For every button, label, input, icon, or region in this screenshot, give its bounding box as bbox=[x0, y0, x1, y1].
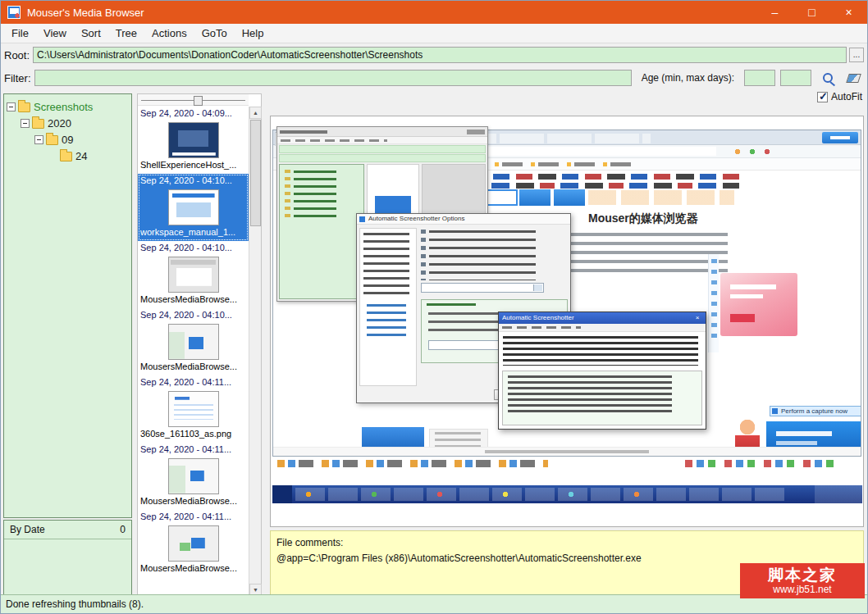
filter-label: Filter: bbox=[4, 72, 34, 84]
watermark-title: 脚本之家 bbox=[768, 566, 837, 584]
preview-mini-menubar bbox=[277, 137, 487, 144]
thumbnail-item[interactable]: Sep 24, 2020 - 04:11... MousersMediaBrow… bbox=[138, 510, 249, 577]
thumbnail-scrollbar[interactable]: ▲ ▼ bbox=[249, 107, 261, 596]
preview-options-checkboxes bbox=[421, 228, 568, 280]
search-button[interactable] bbox=[819, 70, 837, 86]
thumbnail-item[interactable]: Sep 24, 2020 - 04:10... MousersMediaBrow… bbox=[138, 241, 249, 308]
preview-mini-root-field bbox=[279, 145, 486, 153]
thumbnail-image bbox=[168, 257, 219, 293]
menu-item[interactable]: Sort bbox=[74, 25, 108, 42]
thumbnail-timestamp: Sep 24, 2020 - 04:10... bbox=[140, 310, 247, 321]
by-date-count: 0 bbox=[120, 524, 126, 535]
preview-options-dropdown bbox=[421, 283, 544, 293]
thumbnail-image bbox=[168, 525, 219, 562]
preview-page-footer bbox=[273, 447, 861, 456]
preview-desktop-icons-right bbox=[685, 460, 841, 470]
preview-mini-titlebar bbox=[277, 127, 487, 137]
age-max-input[interactable] bbox=[780, 70, 811, 86]
window-title: Mouser's Media Browser bbox=[27, 7, 144, 19]
root-path-input[interactable] bbox=[33, 47, 847, 63]
menu-item[interactable]: View bbox=[36, 25, 74, 42]
tree-item-label: Screenshots bbox=[34, 101, 93, 113]
preview-page-tag-row bbox=[588, 190, 734, 205]
thumbnail-item[interactable]: Sep 24, 2020 - 04:11... 360se_161103_as.… bbox=[138, 375, 249, 443]
preview-browser-side-strip bbox=[708, 254, 719, 352]
preview-about-infobox bbox=[502, 371, 702, 425]
thumbnail-image bbox=[168, 458, 219, 494]
close-icon bbox=[692, 312, 702, 324]
thumbnail-item[interactable]: Sep 24, 2020 - 04:09... ShellExperienceH… bbox=[138, 107, 249, 174]
thumbnail-item[interactable]: Sep 24, 2020 - 04:10... workspace_manual… bbox=[138, 174, 249, 241]
menu-item[interactable]: File bbox=[4, 25, 36, 42]
preview-page-blue-button bbox=[519, 189, 550, 206]
folder-icon bbox=[32, 119, 44, 129]
thumbnail-filename: MousersMediaBrowse... bbox=[140, 563, 247, 575]
autofit-checkbox[interactable] bbox=[817, 92, 828, 102]
close-button[interactable]: × bbox=[830, 1, 867, 24]
preview-about-title: Automatic Screenshotter bbox=[502, 312, 692, 324]
menu-item[interactable]: Actions bbox=[144, 25, 194, 42]
preview-browser-search-button bbox=[822, 132, 858, 143]
thumbnail-image bbox=[168, 391, 219, 427]
tree-expand-icon[interactable] bbox=[7, 102, 16, 111]
maximize-button[interactable]: □ bbox=[793, 1, 830, 24]
tree-expand-icon[interactable] bbox=[34, 135, 43, 144]
filter-input[interactable] bbox=[34, 70, 632, 86]
age-min-input[interactable] bbox=[744, 70, 775, 86]
by-date-header[interactable]: By Date 0 bbox=[4, 521, 131, 539]
preview-about-body bbox=[499, 333, 706, 429]
age-label: Age (min, max days): bbox=[642, 72, 739, 84]
tree-item[interactable]: 09 bbox=[4, 131, 131, 148]
by-date-panel: By Date 0 bbox=[3, 520, 132, 595]
menubar: FileViewSortTreeActionsGoToHelp bbox=[1, 24, 867, 43]
folder-tree: Screenshots 2020 09 24 bbox=[3, 93, 132, 518]
clear-filter-button[interactable] bbox=[844, 70, 862, 86]
preview-mini-filter-field bbox=[279, 154, 486, 162]
thumbnail-image bbox=[168, 122, 219, 158]
thumbnail-item[interactable]: Sep 24, 2020 - 04:10... MousersMediaBrow… bbox=[138, 308, 249, 375]
thumbnail-filename: workspace_manual_1... bbox=[140, 227, 247, 239]
thumbnail-size-slider[interactable] bbox=[138, 94, 249, 106]
watermark: 脚本之家 www.jb51.net bbox=[740, 563, 865, 598]
preview-page-paragraph bbox=[570, 233, 728, 272]
tree-expand-icon[interactable] bbox=[21, 119, 30, 128]
root-label: Root: bbox=[4, 49, 33, 61]
thumbnail-filename: MousersMediaBrowse... bbox=[140, 362, 247, 373]
tree-item[interactable]: 24 bbox=[4, 148, 131, 164]
thumbnail-item[interactable]: Sep 24, 2020 - 04:11... MousersMediaBrow… bbox=[138, 443, 249, 510]
preview-capture-tooltip: Perform a capture now bbox=[770, 406, 861, 416]
menu-item[interactable]: Help bbox=[235, 25, 272, 42]
tree-item-label: 2020 bbox=[48, 117, 71, 130]
minimize-button[interactable]: – bbox=[756, 1, 793, 24]
scrollbar-up-button[interactable]: ▲ bbox=[249, 107, 262, 119]
scrollbar-thumb[interactable] bbox=[250, 120, 261, 226]
statusbar: Done refreshing thumbnails (8). bbox=[1, 594, 867, 613]
watermark-url: www.jb51.net bbox=[773, 584, 831, 596]
thumbnail-filename: ShellExperienceHost_... bbox=[140, 160, 247, 171]
tree-item-label: 24 bbox=[75, 150, 87, 162]
preview-pane[interactable]: Mouser的媒体浏览器 Perform a capture now bbox=[270, 116, 864, 527]
thumbnail-timestamp: Sep 24, 2020 - 04:11... bbox=[140, 512, 247, 523]
app-icon bbox=[7, 6, 21, 19]
thumbnail-timestamp: Sep 24, 2020 - 04:11... bbox=[140, 444, 247, 456]
preview-about-titlebar: Automatic Screenshotter bbox=[499, 312, 706, 324]
menu-item[interactable]: Tree bbox=[108, 25, 144, 42]
thumbnail-image bbox=[168, 324, 219, 360]
app-window: Mouser's Media Browser – □ × FileViewSor… bbox=[0, 0, 868, 614]
titlebar: Mouser's Media Browser – □ × bbox=[1, 1, 867, 24]
preview-mini-tree bbox=[279, 164, 364, 299]
preview-page-heading: Mouser的媒体浏览器 bbox=[588, 211, 698, 226]
tree-item[interactable]: 2020 bbox=[4, 115, 131, 131]
thumbnail-timestamp: Sep 24, 2020 - 04:11... bbox=[140, 377, 247, 389]
menu-item[interactable]: GoTo bbox=[194, 25, 235, 42]
thumbnail-timestamp: Sep 24, 2020 - 04:10... bbox=[140, 175, 247, 187]
search-icon bbox=[823, 73, 833, 83]
eraser-icon bbox=[846, 74, 861, 83]
preview-options-dialog-title: Automatic Screenshotter Options bbox=[357, 214, 570, 225]
tree-item[interactable]: Screenshots bbox=[4, 98, 131, 115]
preview-options-nav-list bbox=[359, 228, 417, 386]
browse-button[interactable]: ... bbox=[849, 48, 864, 62]
root-row: Root: ... bbox=[1, 43, 867, 66]
autofit-label: AutoFit bbox=[831, 91, 862, 102]
thumbnail-timestamp: Sep 24, 2020 - 04:09... bbox=[140, 108, 247, 120]
